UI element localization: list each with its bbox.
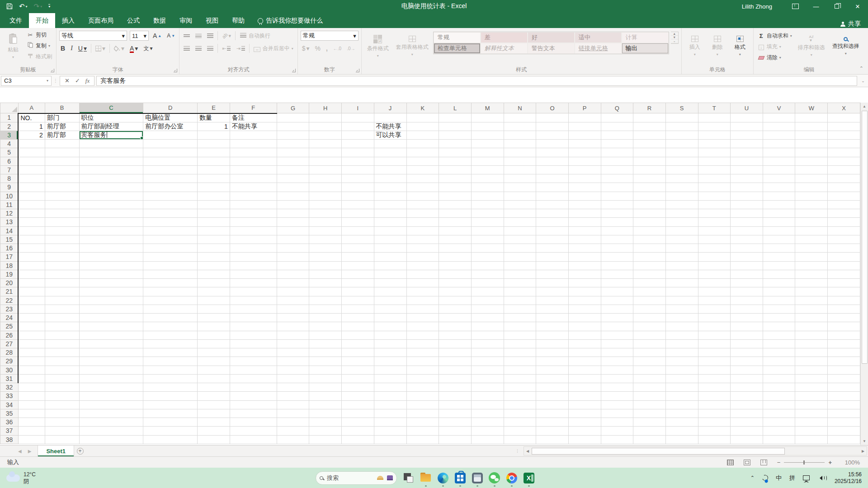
cell-E14[interactable] [198,226,230,235]
row-header-12[interactable]: 12 [0,209,19,218]
cell-H23[interactable] [309,305,342,313]
cell-C18[interactable] [79,261,143,270]
cell-G15[interactable] [277,235,309,244]
cell-G12[interactable] [277,209,309,218]
gallery-up-button[interactable]: ▲ [671,32,678,36]
cell-R8[interactable] [633,174,666,183]
cell-R34[interactable] [633,400,666,409]
column-header-X[interactable]: X [828,103,860,113]
cell-S11[interactable] [665,200,698,209]
cell-Q28[interactable] [601,348,633,357]
cell-H31[interactable] [309,374,342,383]
cell-U17[interactable] [731,253,763,261]
cell-C15[interactable] [79,235,143,244]
cell-D27[interactable] [143,339,198,348]
cell-G14[interactable] [277,226,309,235]
cell-V38[interactable] [763,435,795,444]
cell-D32[interactable] [143,383,198,392]
cell-S8[interactable] [665,174,698,183]
cell-R35[interactable] [633,409,666,418]
cell-I3[interactable] [341,131,374,139]
cell-J19[interactable] [374,270,406,278]
cell-I29[interactable] [341,357,374,366]
cell-K12[interactable] [406,209,439,218]
cell-H20[interactable] [309,279,342,287]
row-header-35[interactable]: 35 [0,409,19,418]
cell-R19[interactable] [633,270,666,278]
cell-W14[interactable] [795,226,828,235]
cell-H2[interactable] [309,122,342,131]
cell-E8[interactable] [198,174,230,183]
cell-V35[interactable] [763,409,795,418]
cell-B21[interactable] [45,287,79,296]
cell-P20[interactable] [568,279,601,287]
cell-E37[interactable] [198,427,230,435]
cell-A2[interactable]: 1 [18,122,45,131]
cell-N36[interactable] [504,418,536,427]
cell-G17[interactable] [277,253,309,261]
cell-J9[interactable] [374,183,406,192]
cell-C19[interactable] [79,270,143,278]
cell-H26[interactable] [309,331,342,339]
cell-P8[interactable] [568,174,601,183]
cell-T1[interactable] [698,113,731,122]
cell-O28[interactable] [536,348,569,357]
calculator-icon[interactable] [472,472,483,483]
cell-H36[interactable] [309,418,342,427]
cell-I14[interactable] [341,226,374,235]
cell-P32[interactable] [568,383,601,392]
cell-T2[interactable] [698,122,731,131]
cell-X7[interactable] [828,165,860,174]
cell-A31[interactable] [18,374,45,383]
cell-K15[interactable] [406,235,439,244]
column-header-H[interactable]: H [309,103,342,113]
cell-R37[interactable] [633,427,666,435]
cell-H15[interactable] [309,235,342,244]
sheet-tab-sheet1[interactable]: Sheet1 [38,446,74,456]
cell-D15[interactable] [143,235,198,244]
cell-K29[interactable] [406,357,439,366]
row-header-25[interactable]: 25 [0,322,19,331]
cell-E35[interactable] [198,409,230,418]
cell-L27[interactable] [439,339,472,348]
cell-O4[interactable] [536,140,569,148]
cell-H21[interactable] [309,287,342,296]
wechat-icon[interactable] [489,472,500,483]
cell-S10[interactable] [665,192,698,200]
cell-O3[interactable] [536,131,569,139]
cell-W3[interactable] [795,131,828,139]
cell-H27[interactable] [309,339,342,348]
normal-view-icon[interactable] [727,460,734,465]
column-header-T[interactable]: T [698,103,731,113]
cell-P15[interactable] [568,235,601,244]
cell-X2[interactable] [828,122,860,131]
cell-G10[interactable] [277,192,309,200]
cell-H14[interactable] [309,226,342,235]
cell-H18[interactable] [309,261,342,270]
cell-F34[interactable] [230,400,277,409]
font-family-select[interactable]: 等线▾ [59,31,127,41]
cell-O9[interactable] [536,183,569,192]
cell-T32[interactable] [698,383,731,392]
cell-J14[interactable] [374,226,406,235]
column-header-U[interactable]: U [731,103,763,113]
cell-T33[interactable] [698,392,731,400]
cell-K4[interactable] [406,140,439,148]
edge-icon[interactable] [437,472,448,483]
cell-P5[interactable] [568,148,601,157]
cell-T38[interactable] [698,435,731,444]
cell-X14[interactable] [828,226,860,235]
cell-N28[interactable] [504,348,536,357]
cell-T17[interactable] [698,253,731,261]
cell-J23[interactable] [374,305,406,313]
cell-R12[interactable] [633,209,666,218]
cell-U23[interactable] [731,305,763,313]
wrap-text-button[interactable]: 自动换行 [238,31,272,41]
cell-U11[interactable] [731,200,763,209]
cell-N6[interactable] [504,157,536,165]
cell-R25[interactable] [633,322,666,331]
cell-U30[interactable] [731,366,763,374]
cell-S17[interactable] [665,253,698,261]
cell-I18[interactable] [341,261,374,270]
cell-K28[interactable] [406,348,439,357]
